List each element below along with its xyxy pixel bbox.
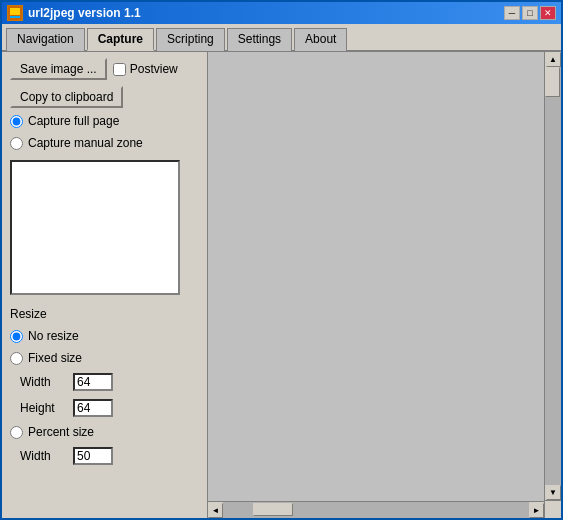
width-label: Width — [20, 375, 65, 389]
scroll-v-track[interactable] — [545, 67, 561, 485]
title-bar-left: url2jpeg version 1.1 — [7, 5, 141, 21]
scroll-up-button[interactable]: ▲ — [546, 52, 561, 67]
preview-box — [10, 160, 180, 295]
fixed-size-row: Fixed size — [10, 351, 199, 365]
tab-capture[interactable]: Capture — [87, 28, 154, 51]
left-panel: Save image ... Postview Copy to clipboar… — [2, 52, 207, 518]
copy-clipboard-button[interactable]: Copy to clipboard — [10, 86, 123, 108]
tab-navigation[interactable]: Navigation — [6, 28, 85, 51]
scroll-right-button[interactable]: ► — [529, 503, 544, 518]
capture-manual-zone-row: Capture manual zone — [10, 136, 199, 150]
scrollbar-vertical: ▲ ▼ — [544, 52, 561, 500]
percent-size-row: Percent size — [10, 425, 199, 439]
tab-about[interactable]: About — [294, 28, 347, 51]
postview-label: Postview — [130, 62, 178, 76]
title-buttons: ─ □ ✕ — [504, 6, 556, 20]
percent-width-field-row: Width — [20, 447, 199, 465]
scroll-v-thumb[interactable] — [545, 67, 560, 97]
width-input[interactable] — [73, 373, 113, 391]
svg-rect-2 — [10, 16, 20, 18]
no-resize-label: No resize — [28, 329, 79, 343]
resize-section-label: Resize — [10, 307, 199, 321]
postview-row: Postview — [113, 62, 178, 76]
fixed-size-radio[interactable] — [10, 352, 23, 365]
minimize-button[interactable]: ─ — [504, 6, 520, 20]
right-panel: ▲ ▼ ◄ ► — [207, 52, 561, 518]
scrollbar-horizontal: ◄ ► — [208, 501, 544, 518]
main-window: url2jpeg version 1.1 ─ □ ✕ Navigation Ca… — [0, 0, 563, 520]
percent-width-label: Width — [20, 449, 65, 463]
toolbar-row: Save image ... Postview — [10, 58, 199, 80]
tab-bar: Navigation Capture Scripting Settings Ab… — [2, 24, 561, 52]
scroll-left-button[interactable]: ◄ — [208, 503, 223, 518]
capture-full-page-radio[interactable] — [10, 115, 23, 128]
close-button[interactable]: ✕ — [540, 6, 556, 20]
percent-width-input[interactable] — [73, 447, 113, 465]
percent-size-radio[interactable] — [10, 426, 23, 439]
app-icon — [7, 5, 23, 21]
tab-scripting[interactable]: Scripting — [156, 28, 225, 51]
tab-settings[interactable]: Settings — [227, 28, 292, 51]
width-field-row: Width — [20, 373, 199, 391]
maximize-button[interactable]: □ — [522, 6, 538, 20]
scroll-h-thumb[interactable] — [253, 503, 293, 516]
no-resize-row: No resize — [10, 329, 199, 343]
main-content: Save image ... Postview Copy to clipboar… — [2, 52, 561, 518]
svg-rect-1 — [10, 8, 20, 15]
scroll-down-button[interactable]: ▼ — [546, 485, 561, 500]
capture-full-page-row: Capture full page — [10, 114, 199, 128]
percent-size-label: Percent size — [28, 425, 94, 439]
postview-checkbox[interactable] — [113, 63, 126, 76]
save-image-button[interactable]: Save image ... — [10, 58, 107, 80]
height-label: Height — [20, 401, 65, 415]
scroll-corner — [544, 500, 561, 518]
capture-full-page-label: Capture full page — [28, 114, 119, 128]
scroll-h-track[interactable] — [223, 502, 529, 518]
capture-manual-zone-radio[interactable] — [10, 137, 23, 150]
window-title: url2jpeg version 1.1 — [28, 6, 141, 20]
no-resize-radio[interactable] — [10, 330, 23, 343]
capture-manual-zone-label: Capture manual zone — [28, 136, 143, 150]
height-input[interactable] — [73, 399, 113, 417]
height-field-row: Height — [20, 399, 199, 417]
fixed-size-label: Fixed size — [28, 351, 82, 365]
title-bar: url2jpeg version 1.1 ─ □ ✕ — [2, 2, 561, 24]
